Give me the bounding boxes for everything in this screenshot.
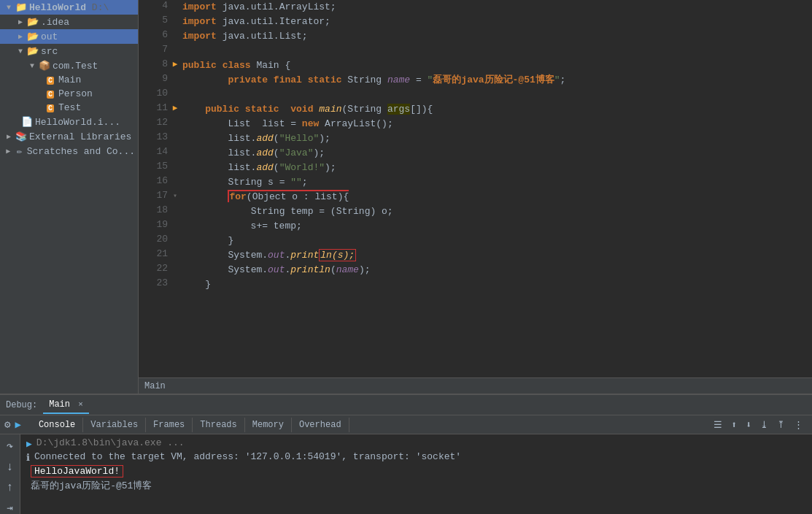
line-code: import java.util.List; [182, 29, 812, 44]
sidebar-item-person[interactable]: C Person [0, 87, 138, 101]
debug-tab-close[interactable]: × [78, 400, 83, 409]
table-row: 11 ▶ public static void main(String args… [139, 102, 812, 117]
debug-subtab-frames[interactable]: Frames [146, 418, 193, 432]
code-container[interactable]: 4 import java.util.ArrayList; 5 import j… [139, 0, 812, 377]
sidebar-item-main[interactable]: C Main [0, 73, 138, 87]
table-row: 20 } [139, 234, 812, 248]
sidebar-item-helloworld-iml[interactable]: 📄 HelloWorld.i... [0, 115, 138, 129]
debug-tab-main[interactable]: Main × [43, 396, 89, 414]
debug-subtab-overhead[interactable]: Overhead [292, 418, 349, 432]
toolbar-icons: ☰ ⬆ ⬇ ⤓ ⤒ ⋮ [705, 418, 812, 432]
line-number: 10 [139, 88, 168, 102]
gutter [168, 234, 182, 248]
info-icon: ℹ [26, 452, 30, 464]
resume-icon[interactable]: ▶ [13, 417, 22, 432]
src-folder-icon: 📂 [26, 45, 39, 57]
more-icon[interactable]: ⋮ [791, 418, 806, 432]
person-class-icon: C [44, 88, 57, 99]
line-number: 17 [139, 190, 168, 204]
line-number: 19 [139, 219, 168, 234]
line-number: 21 [139, 248, 168, 263]
sidebar-item-scratches[interactable]: ▶ ✏️ Scratches and Co... [0, 144, 138, 158]
sidebar-item-com-test[interactable]: ▼ 📦 com.Test [0, 58, 138, 73]
console-hello-box: HelloJavaWorld! [31, 465, 123, 477]
class-file-icon: C [44, 74, 57, 85]
debug-side-icons: ⚙ ▶ [0, 415, 26, 434]
line-number: 6 [139, 29, 168, 44]
line-number: 16 [139, 175, 168, 190]
debug-panel: Debug: Main × ⚙ ▶ Console Variables Fram… [0, 394, 812, 514]
scroll-bottom-icon[interactable]: ⤓ [757, 418, 771, 432]
debug-subtab-variables[interactable]: Variables [83, 418, 146, 432]
debug-label: Debug: [6, 400, 37, 410]
line-number: 14 [139, 146, 168, 161]
sidebar-item-src[interactable]: ▼ 📂 src [0, 44, 138, 58]
console-line-2: ℹ Connected to the target VM, address: '… [26, 451, 806, 464]
line-number: 23 [139, 277, 168, 292]
step-out-icon[interactable]: ↑ [5, 480, 15, 496]
run-to-cursor-icon[interactable]: ⇥ [5, 500, 14, 514]
sidebar-out-label: out [41, 31, 58, 42]
sidebar-item-helloworld[interactable]: ▼ 📁 HelloWorld D:\ [0, 0, 138, 15]
line-code: private final static String name = "磊哥的j… [182, 73, 812, 88]
scroll-down-icon[interactable]: ⬇ [743, 418, 754, 432]
sidebar-item-test[interactable]: C Test [0, 101, 138, 115]
table-row: 4 import java.util.ArrayList; [139, 0, 812, 15]
sidebar-item-out[interactable]: ▶ 📂 out [0, 29, 138, 44]
table-row: 13 list.add("Hello"); [139, 131, 812, 146]
console-line-3: HelloJavaWorld! [26, 465, 806, 477]
line-number: 20 [139, 234, 168, 248]
table-row: 5 import java.util.Iterator; [139, 15, 812, 29]
debug-subtab-memory[interactable]: Memory [245, 418, 292, 432]
arrow-idea: ▶ [15, 18, 26, 26]
line-code [182, 44, 812, 58]
line-number: 11 [139, 102, 168, 117]
gutter [168, 117, 182, 131]
menu-icon[interactable]: ☰ [711, 418, 725, 432]
gutter [168, 15, 182, 29]
console-line-4: 磊哥的java历险记-@51博客 [26, 479, 806, 492]
debug-tab-main-label: Main [49, 399, 70, 410]
line-code: list.add("Hello"); [182, 131, 812, 146]
table-row: 8 ▶ public class Main { [139, 58, 812, 73]
ext-libs-icon: 📚 [15, 131, 28, 142]
debug-subtab-threads[interactable]: Threads [193, 418, 244, 432]
sidebar-iml-label: HelloWorld.i... [35, 117, 120, 128]
sidebar-item-external-libs[interactable]: ▶ 📚 External Libraries [0, 129, 138, 144]
gutter [168, 88, 182, 102]
line-code: System.out.println(name); [182, 263, 812, 277]
gutter: ▾ [168, 190, 182, 204]
editor-breadcrumb: Main [139, 377, 812, 394]
line-number: 8 [139, 58, 168, 73]
debug-body: ↷ ↓ ↑ ⇥ ≡ ▶ D:\jdk1.8\bin\java.exe ... ℹ… [0, 434, 812, 514]
line-number: 4 [139, 0, 168, 15]
sidebar-comtest-label: com.Test [53, 61, 98, 72]
step-over-icon[interactable]: ↷ [5, 437, 15, 455]
scroll-up-icon[interactable]: ⬆ [728, 418, 740, 432]
arrow-comtest: ▼ [26, 62, 38, 70]
gutter [168, 131, 182, 146]
scroll-top-icon[interactable]: ⤒ [774, 418, 788, 432]
arrow-ext: ▶ [3, 132, 15, 141]
table-row: 18 String temp = (String) o; [139, 204, 812, 219]
step-into-icon[interactable]: ↓ [5, 459, 15, 475]
iml-file-icon: 📄 [20, 116, 34, 128]
table-row: 14 list.add("Java"); [139, 146, 812, 161]
console-chinese-text: 磊哥的java历险记-@51博客 [31, 479, 152, 492]
scratches-icon: ✏️ [13, 145, 25, 157]
table-row: 10 [139, 88, 812, 102]
table-row: 15 list.add("World!"); [139, 161, 812, 175]
debug-subtab-console[interactable]: Console [31, 418, 83, 432]
gutter [168, 44, 182, 58]
line-code: List list = new ArrayList(); [182, 117, 812, 131]
debug-arrow-2: ▶ [173, 104, 178, 112]
table-row: 17 ▾ for(Object o : list){ [139, 190, 812, 204]
line-code: System.out.println(s); [182, 248, 812, 263]
sidebar-item-idea[interactable]: ▶ 📂 .idea [0, 15, 138, 29]
breadcrumb-text: Main [144, 381, 166, 391]
debug-arrow: ▶ [173, 60, 178, 69]
gutter [168, 73, 182, 88]
sidebar-ext-label: External Libraries [29, 131, 131, 142]
settings-icon[interactable]: ⚙ [3, 417, 12, 432]
line-code: s+= temp; [182, 219, 812, 234]
